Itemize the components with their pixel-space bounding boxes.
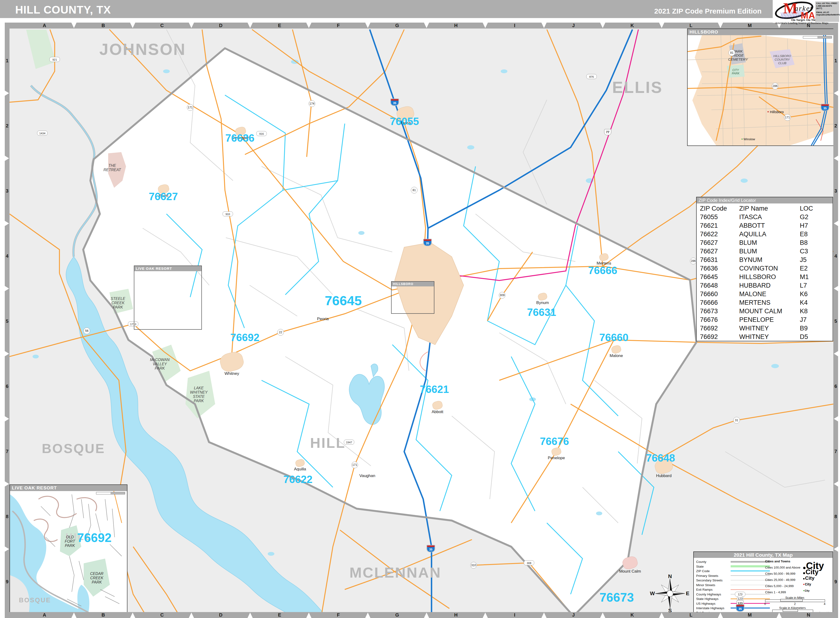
loc-cell: J7 [800,316,826,324]
grid-letter-D: D [219,612,222,618]
ruler-notch [5,416,9,422]
highway-shield: 921 [49,57,60,62]
ruler-notch [189,22,194,28]
legend-label: County Highways [696,593,721,596]
grid-letter-J: J [572,612,575,618]
ruler-notch [600,612,605,618]
grid-number-5: 5 [6,318,8,324]
grid-number-8: 8 [834,514,837,519]
ruler-notch [5,91,9,96]
legend-row-Minor Streets: Minor Streets [694,583,772,587]
cedar-creek-park-label: CEDAR CREEK PARK [90,572,103,584]
highway-shield: 309 [499,292,505,299]
loc-cell: E8 [800,230,826,239]
ruler-notch [541,22,547,28]
legend-label: Interstate Highways [696,606,724,610]
ruler-notch [834,481,838,487]
town-label-Mount Calm: Mount Calm [619,569,641,574]
highway-shield: 310 [470,562,477,569]
legend-label: Secondary Streets [696,579,723,582]
grid-letter-M: M [748,23,752,28]
grid-number-1: 1 [834,58,837,64]
ruler-notch [718,612,723,618]
ruler-notch [71,22,77,28]
legend-row-ZIP Code: ZIP Code [694,569,772,573]
city-sample: City [803,588,810,593]
zip-label-76631: 76631 [527,306,556,318]
grid-letter-H: H [454,612,458,618]
park-label: LAKE WHITNEY STATE PARK [190,386,208,403]
zip-label-76055: 76055 [390,116,419,128]
legend-panel: 2021 Hill County, TX Map CountyStateZIP … [693,551,833,615]
zip-name-cell: COVINGTON [739,264,800,273]
grid-letter-E: E [278,23,281,28]
ruler-notch [130,612,135,618]
grid-number-2: 2 [6,123,8,129]
zip-code-cell: 76660 [700,290,739,299]
marketmaps-logo: M arket MAPS On Target. On Time. America… [773,0,840,23]
grid-number-4: 4 [834,253,837,259]
zip-table-col-ZIP Code: ZIP Code [700,204,739,213]
hillsboro-city-label: ▪ Hillsboro [767,109,784,114]
zip-label-76660: 76660 [599,331,628,343]
loc-cell: L7 [800,281,826,290]
grid-ruler-left: 123456789 [5,22,9,618]
ruler-notch [834,221,838,226]
zip-code-cell: 76627 [700,239,739,247]
zip-code-cell: 76627 [700,247,739,256]
county-label-BOSQUE: BOSQUE [42,441,105,456]
legend-label: State [696,565,704,568]
legend-row-County Highways: County Highways173 [694,592,772,596]
ruler-notch [834,156,838,161]
zip-code-cell: 76636 [700,264,739,273]
highway-shield: 81 [728,49,735,56]
grid-letter-B: B [101,23,105,28]
zip-label-76622: 76622 [283,474,312,485]
zip-code-cell: 76692 [700,333,739,341]
contact-email-label: EMAIL US AT: [816,11,838,14]
ruler-notch [71,612,77,618]
zip-name-cell: MOUNT CALM [739,307,800,316]
ruler-notch [834,416,838,422]
highway-shield: 876 [586,74,597,79]
ruler-notch [5,351,9,356]
grid-letter-I: I [514,23,516,28]
park-area [26,30,56,69]
grid-number-3: 3 [834,188,837,194]
grid-number-9: 9 [834,579,837,584]
contact-call-label: CALL US TOLL FREE! [816,2,838,5]
loc-cell: K4 [800,299,826,307]
interstate-shield: 35 [427,545,435,552]
grid-letter-D: D [219,23,222,28]
legend-row-Primary Streets: Primary Streets [694,573,772,578]
logo-subline: America's Leading Source of Business Map… [775,21,828,25]
loc-cell: M1 [800,273,826,281]
legend-row-State: State [694,564,772,569]
zip-label-76648: 76648 [646,452,675,464]
map-page: HILL COUNTY, TX 2021 ZIP Code Premium Ed… [0,0,840,618]
zip-name-cell: MALONE [739,290,800,299]
ruler-notch [365,612,370,618]
grid-letter-G: G [395,612,399,618]
zip-code-cell: 76621 [700,221,739,230]
legend-label: Primary Streets [696,574,718,578]
legend-line-sample [731,570,770,571]
ruler-notch [541,612,547,618]
legend-line-sample [731,575,770,576]
ruler-notch [365,22,370,28]
ruler-notch [5,286,9,291]
ruler-notch [718,22,723,28]
city-sample: City [803,575,815,581]
town-label-Aquilla: Aquilla [294,467,306,472]
logo-contact-box: CALL US TOLL FREE! 1-888-434-MAPS (6277)… [815,1,839,22]
ruler-notch [834,286,838,291]
zip-name-cell: WHITNEY [739,333,800,341]
grid-letter-E: E [278,612,281,618]
scale-miles: Scale in Miles 024 [765,596,825,605]
town-label-Peoria: Peoria [317,316,329,321]
hillsboro-locator-box: HILLSBORO [391,281,434,314]
zip-name-cell: ABBOTT [739,221,800,230]
ruler-notch [424,612,429,618]
grid-letter-F: F [337,23,340,28]
winslow-label: ▪ Winslow [741,137,755,141]
